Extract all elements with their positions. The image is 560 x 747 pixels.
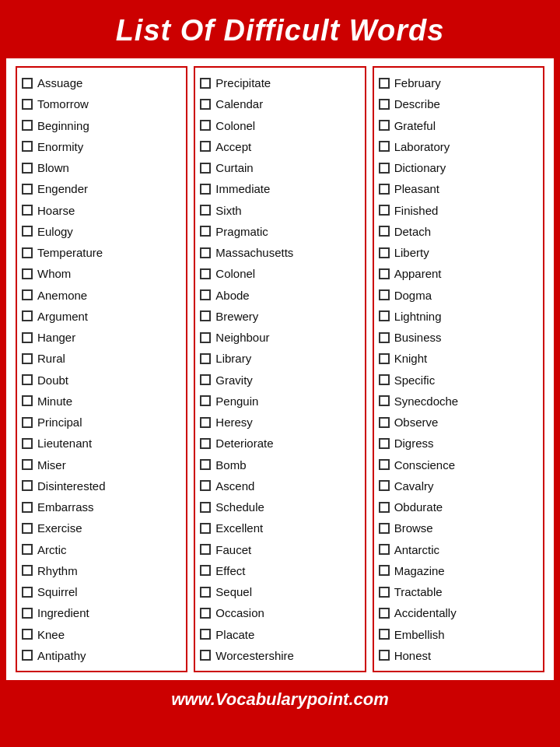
checkbox-icon[interactable] <box>22 629 33 640</box>
checkbox-icon[interactable] <box>22 332 33 343</box>
checkbox-icon[interactable] <box>22 417 33 428</box>
word-label: Dictionary <box>394 159 446 177</box>
checkbox-icon[interactable] <box>22 268 33 279</box>
checkbox-icon[interactable] <box>379 268 390 279</box>
list-item: Precipitate <box>198 72 361 93</box>
checkbox-icon[interactable] <box>200 544 211 555</box>
checkbox-icon[interactable] <box>200 247 211 258</box>
checkbox-icon[interactable] <box>22 226 33 237</box>
checkbox-icon[interactable] <box>22 205 33 216</box>
list-item: Cavalry <box>377 475 540 496</box>
checkbox-icon[interactable] <box>379 438 390 449</box>
checkbox-icon[interactable] <box>200 226 211 237</box>
checkbox-icon[interactable] <box>22 480 33 491</box>
checkbox-icon[interactable] <box>200 565 211 576</box>
checkbox-icon[interactable] <box>200 163 211 174</box>
checkbox-icon[interactable] <box>22 78 33 89</box>
checkbox-icon[interactable] <box>379 163 390 174</box>
checkbox-icon[interactable] <box>379 650 390 661</box>
checkbox-icon[interactable] <box>379 332 390 343</box>
checkbox-icon[interactable] <box>379 417 390 428</box>
checkbox-icon[interactable] <box>379 310 390 321</box>
checkbox-icon[interactable] <box>200 395 211 406</box>
checkbox-icon[interactable] <box>22 395 33 406</box>
checkbox-icon[interactable] <box>22 353 33 364</box>
checkbox-icon[interactable] <box>200 120 211 131</box>
word-label: Schedule <box>215 498 264 516</box>
checkbox-icon[interactable] <box>22 99 33 110</box>
checkbox-icon[interactable] <box>22 565 33 576</box>
word-label: Occasion <box>215 604 264 622</box>
checkbox-icon[interactable] <box>22 523 33 534</box>
checkbox-icon[interactable] <box>379 459 390 470</box>
checkbox-icon[interactable] <box>379 629 390 640</box>
checkbox-icon[interactable] <box>379 608 390 619</box>
checkbox-icon[interactable] <box>379 120 390 131</box>
checkbox-icon[interactable] <box>379 502 390 513</box>
checkbox-icon[interactable] <box>200 459 211 470</box>
checkbox-icon[interactable] <box>200 629 211 640</box>
checkbox-icon[interactable] <box>200 205 211 216</box>
checkbox-icon[interactable] <box>200 587 211 598</box>
checkbox-icon[interactable] <box>379 544 390 555</box>
checkbox-icon[interactable] <box>379 289 390 300</box>
checkbox-icon[interactable] <box>200 438 211 449</box>
checkbox-icon[interactable] <box>379 247 390 258</box>
checkbox-icon[interactable] <box>200 608 211 619</box>
checkbox-icon[interactable] <box>379 141 390 152</box>
list-item: Ingredient <box>20 602 183 623</box>
checkbox-icon[interactable] <box>379 565 390 576</box>
checkbox-icon[interactable] <box>200 289 211 300</box>
checkbox-icon[interactable] <box>22 163 33 174</box>
checkbox-icon[interactable] <box>379 395 390 406</box>
list-item: Penguin <box>198 391 361 412</box>
checkbox-icon[interactable] <box>22 438 33 449</box>
word-label: Temperature <box>37 244 103 261</box>
checkbox-icon[interactable] <box>22 608 33 619</box>
checkbox-icon[interactable] <box>200 523 211 534</box>
checkbox-icon[interactable] <box>379 587 390 598</box>
word-label: Honest <box>394 647 432 665</box>
checkbox-icon[interactable] <box>22 289 33 300</box>
checkbox-icon[interactable] <box>200 268 211 279</box>
checkbox-icon[interactable] <box>22 459 33 470</box>
list-item: Principal <box>20 412 183 433</box>
checkbox-icon[interactable] <box>200 480 211 491</box>
checkbox-icon[interactable] <box>200 417 211 428</box>
checkbox-icon[interactable] <box>22 120 33 131</box>
checkbox-icon[interactable] <box>22 184 33 195</box>
checkbox-icon[interactable] <box>22 587 33 598</box>
checkbox-icon[interactable] <box>200 353 211 364</box>
checkbox-icon[interactable] <box>200 310 211 321</box>
checkbox-icon[interactable] <box>200 78 211 89</box>
header: List Of Difficult Words <box>0 0 560 58</box>
checkbox-icon[interactable] <box>200 184 211 195</box>
word-label: Apparent <box>394 265 442 282</box>
checkbox-icon[interactable] <box>379 480 390 491</box>
word-label: Knee <box>37 626 65 644</box>
checkbox-icon[interactable] <box>379 523 390 534</box>
checkbox-icon[interactable] <box>379 226 390 237</box>
checkbox-icon[interactable] <box>379 205 390 216</box>
word-label: Pragmatic <box>215 223 268 240</box>
checkbox-icon[interactable] <box>22 141 33 152</box>
checkbox-icon[interactable] <box>200 374 211 385</box>
checkbox-icon[interactable] <box>200 650 211 661</box>
checkbox-icon[interactable] <box>22 374 33 385</box>
checkbox-icon[interactable] <box>379 184 390 195</box>
checkbox-icon[interactable] <box>200 332 211 343</box>
word-column-2: PrecipitateCalendarColonelAcceptCurtainI… <box>194 66 366 672</box>
checkbox-icon[interactable] <box>22 310 33 321</box>
checkbox-icon[interactable] <box>22 650 33 661</box>
checkbox-icon[interactable] <box>200 99 211 110</box>
checkbox-icon[interactable] <box>379 99 390 110</box>
checkbox-icon[interactable] <box>22 247 33 258</box>
checkbox-icon[interactable] <box>200 141 211 152</box>
checkbox-icon[interactable] <box>379 78 390 89</box>
checkbox-icon[interactable] <box>200 502 211 513</box>
checkbox-icon[interactable] <box>22 544 33 555</box>
checkbox-icon[interactable] <box>379 353 390 364</box>
checkbox-icon[interactable] <box>379 374 390 385</box>
word-label: Disinterested <box>37 477 106 495</box>
checkbox-icon[interactable] <box>22 502 33 513</box>
